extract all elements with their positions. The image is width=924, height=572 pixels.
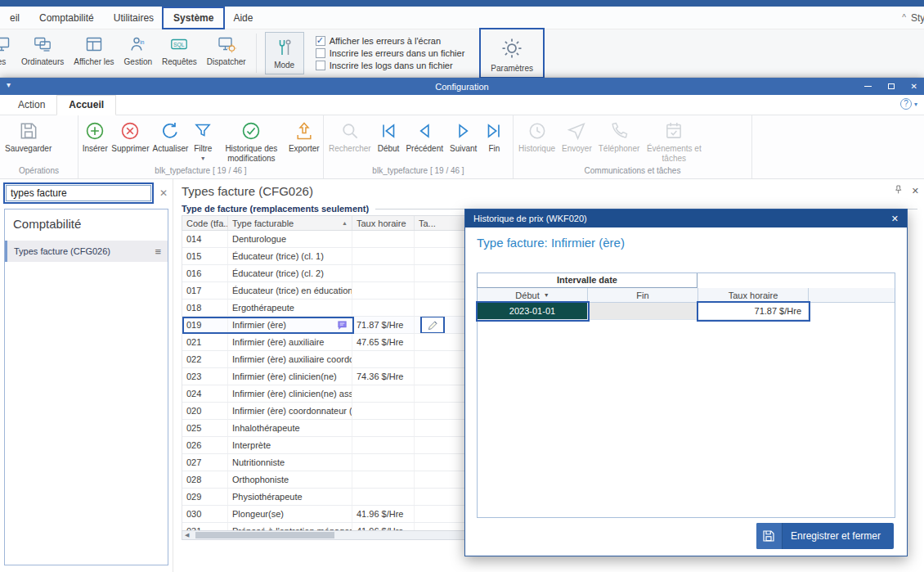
refresh-button[interactable]: Actualiser — [150, 117, 190, 166]
cell-taux: 74.36 $/Hre — [352, 368, 415, 385]
cell-type: Éducateur (trice) (cl. 1) — [228, 248, 352, 264]
maximize-icon[interactable] — [888, 83, 895, 89]
export-button[interactable]: Exporter — [287, 117, 321, 166]
monitors-icon — [33, 33, 52, 56]
insert-button[interactable]: Insérer — [80, 117, 110, 166]
ribbon-button-postes[interactable]: es — [0, 29, 16, 77]
ribbon-group-operations: Sauvegarder Opérations — [0, 115, 78, 178]
cell-type: Inhalothérapeute — [228, 420, 352, 436]
cell-taux-horaire[interactable]: 71.87 $/Hre — [698, 303, 809, 320]
column-header-fin[interactable]: Fin — [588, 288, 698, 302]
column-header-code[interactable]: Code (tfa... — [182, 216, 228, 230]
cell-taux — [352, 471, 415, 488]
sidebar-item-types-facture[interactable]: Types facture (CFG026) ≡ — [5, 241, 168, 262]
cell-code: 025 — [182, 420, 228, 436]
column-header-taux[interactable]: Taux horaire — [352, 216, 415, 230]
ribbon-button-ordinateurs[interactable]: Ordinateurs — [16, 29, 69, 77]
chevron-down-icon[interactable]: ▾ — [914, 101, 917, 108]
nav-prev-button[interactable]: Précédent — [402, 117, 446, 166]
cell-code: 031 — [182, 523, 228, 530]
checkbox-inscrire-logs[interactable]: Inscrire les logs dans un fichier — [316, 61, 465, 70]
ribbon-group-label: Communications et tâches — [514, 166, 751, 178]
nav-prev-icon — [414, 119, 435, 142]
table-row[interactable]: 2023-01-01 71.87 $/Hre — [478, 303, 895, 320]
scrollbar-thumb[interactable] — [195, 532, 334, 538]
comm-history-icon — [527, 119, 548, 142]
checkbox-afficher-erreurs[interactable]: Afficher les erreurs à l'écran — [316, 36, 465, 46]
monitor-icon — [0, 33, 11, 56]
table-header: Début▼ Fin Taux horaire — [478, 288, 895, 303]
save-icon — [18, 119, 39, 142]
clear-search-icon[interactable]: ✕ — [159, 187, 168, 199]
cell-type: Infirmier (ère) clinicien(ne) assi... — [228, 385, 352, 402]
close-icon[interactable]: ✕ — [911, 83, 917, 91]
history-modifications-button[interactable]: Historique des modifications — [216, 117, 286, 166]
cell-type: Ergothérapeute — [228, 300, 352, 316]
close-icon[interactable]: ✕ — [891, 214, 899, 224]
cell-code: 024 — [182, 385, 228, 402]
ribbon-group-label: Opérations — [0, 166, 78, 178]
page-title: Types facture (CFG026) — [182, 184, 313, 198]
svg-text:in: in — [140, 39, 145, 45]
refresh-icon — [159, 119, 181, 142]
cell-type: Infirmier (ère) auxiliaire coordo... — [228, 351, 352, 367]
sidebar-section-title: Comptabilité — [5, 209, 168, 241]
cell-type: Éducateur (trice) (cl. 2) — [228, 265, 352, 281]
search-button: Rechercher — [325, 117, 375, 166]
send-icon — [566, 119, 587, 142]
column-header-debut[interactable]: Début▼ — [478, 288, 588, 302]
cell-type: Plongeur(se) — [228, 506, 352, 522]
configuration-titlebar[interactable]: ▾ Configuration ✕ — [0, 78, 924, 95]
scroll-left-icon[interactable]: ◀ — [182, 532, 191, 538]
pencil-icon[interactable] — [422, 318, 443, 332]
pin-icon[interactable] — [893, 183, 904, 198]
save-and-close-button[interactable]: Enregistrer et fermer — [756, 523, 894, 549]
menu-item-accueil[interactable]: eil — [0, 8, 29, 28]
close-icon[interactable]: ✕ — [912, 186, 919, 196]
events-icon — [663, 119, 684, 142]
menu-item-utilitaires[interactable]: Utilitaires — [104, 8, 164, 28]
parametres-button[interactable]: Paramètres — [481, 29, 543, 77]
cell-code: 019 — [182, 317, 228, 333]
save-button[interactable]: Sauvegarder — [2, 117, 55, 166]
chevron-down-icon[interactable]: ▼ — [200, 155, 206, 162]
cell-taux — [352, 437, 415, 453]
menu-item-comptabilite[interactable]: Comptabilité — [29, 8, 104, 28]
ribbon-button-afficher-les[interactable]: Afficher les — [69, 29, 119, 77]
help-icon[interactable]: ? — [900, 98, 912, 110]
search-input[interactable] — [6, 185, 151, 201]
dialog-header: Type facture: Infirmier (ère) — [477, 236, 625, 250]
ribbon-group-label: blk_typefacture [ 19 / 46 ] — [324, 166, 513, 178]
column-header-type[interactable]: Type facturable▲ — [228, 216, 352, 230]
menu-item-aide[interactable]: Aide — [223, 8, 262, 28]
nav-last-button[interactable]: Fin — [480, 117, 508, 166]
checkbox-inscrire-erreurs[interactable]: Inscrire les erreurs dans un fichier — [316, 48, 465, 58]
minimize-icon[interactable] — [864, 86, 872, 87]
tab-accueil[interactable]: Accueil — [56, 95, 116, 115]
collapse-ribbon-icon[interactable]: ^ — [902, 13, 906, 22]
column-header-taux-horaire[interactable]: Taux horaire — [698, 288, 809, 302]
mode-button[interactable]: Mode — [265, 32, 304, 74]
menu-item-systeme[interactable]: Système — [164, 8, 223, 28]
checkbox-icon — [316, 36, 325, 46]
cell-taux — [352, 403, 415, 419]
delete-button[interactable]: Supprimer — [110, 117, 150, 166]
filter-icon — [192, 119, 213, 142]
dialog-titlebar[interactable]: Historique de prix (WKF020) ✕ — [465, 209, 907, 227]
ribbon-button-gestion[interactable]: in Gestion — [119, 29, 157, 77]
nav-last-icon — [483, 119, 505, 142]
cell-code: 023 — [182, 368, 228, 385]
cell-fin[interactable] — [588, 303, 698, 320]
cell-type: Infirmier (ère) clinicien(ne) — [228, 368, 352, 385]
tab-action[interactable]: Action — [7, 96, 56, 115]
nav-first-button[interactable]: Début — [375, 117, 403, 166]
events-tasks-button: Événements et tâches — [643, 117, 705, 166]
hamburger-icon[interactable]: ≡ — [155, 245, 161, 258]
ribbon-button-requetes[interactable]: SQL Requêtes — [157, 29, 202, 77]
dispatcher-icon — [217, 33, 236, 56]
filter-button[interactable]: Filtre ▼ — [190, 117, 216, 166]
ribbon-button-dispatcher[interactable]: Dispatcher — [202, 29, 251, 77]
cell-debut[interactable]: 2023-01-01 — [478, 303, 588, 320]
nav-next-button[interactable]: Suivant — [446, 117, 480, 166]
dropdown-icon[interactable]: ▼ — [544, 292, 549, 298]
